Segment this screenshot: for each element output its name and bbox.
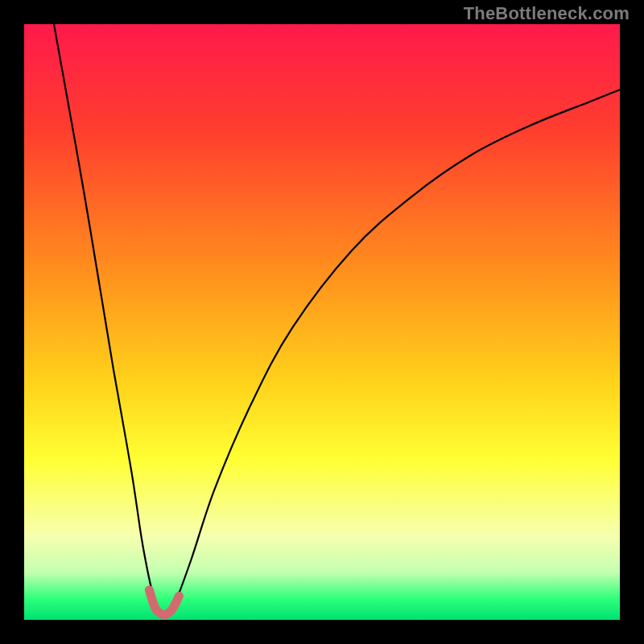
highlight-segment <box>149 590 179 615</box>
watermark-text: TheBottleneck.com <box>464 3 630 24</box>
curve-layer <box>24 24 620 620</box>
chart-container: TheBottleneck.com <box>0 0 644 644</box>
bottleneck-curve <box>54 24 620 615</box>
plot-area <box>24 24 620 620</box>
